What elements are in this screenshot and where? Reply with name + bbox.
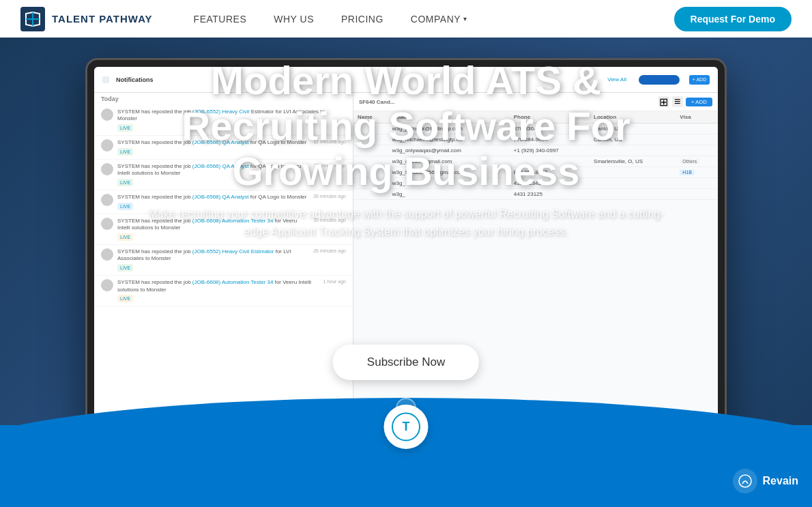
table-row: w3g_onlywaqas@ymail.com +1 (929) 340-099… — [353, 145, 718, 156]
notif-text: SYSTEM has reposted the job (JOB-6608) A… — [117, 218, 309, 241]
notif-badge: LIVE — [117, 233, 133, 241]
notif-item: SYSTEM has reposted the job (JOB-6566) Q… — [94, 136, 353, 160]
logo-text: TALENT PATHWAY — [52, 13, 153, 25]
candidates-toolbar: SF640 Cand... ⊞ ≡ + ADD — [353, 93, 718, 111]
notif-badge: LIVE — [117, 295, 133, 302]
notif-avatar — [101, 248, 113, 261]
cell-visa: H1B — [676, 167, 718, 178]
table-row: w3g_ 4431 23125 — [353, 189, 718, 200]
notif-time: 15 minutes ago — [313, 163, 346, 168]
notif-text: SYSTEM has reposted the job (JOB-6566) Q… — [117, 139, 309, 156]
table-row: w3g_cranicr@gmail.com Smarlersville, O, … — [353, 156, 718, 167]
notif-item: SYSTEM has reposted the job (JOB-6608) A… — [94, 214, 353, 245]
screen-header: Notifications View All + ADD — [94, 67, 718, 93]
cell-visa — [676, 124, 718, 134]
table-row: w3g_jeffrayrk@testingtp.com 370-836-5754… — [353, 124, 718, 134]
subscribe-button-wrapper: Subscribe Now — [333, 345, 479, 380]
brand-circle: T — [384, 405, 429, 449]
notif-badge-live: LIVE — [117, 124, 133, 132]
cell-visa: Others — [676, 156, 718, 167]
cell-location — [590, 178, 676, 189]
cell-phone: +1 (929) 340-0997 — [510, 145, 590, 156]
col-header-name: Name — [353, 111, 388, 124]
notif-time: 12 minutes ago — [313, 139, 346, 144]
col-header-location: Location — [590, 111, 676, 124]
cell-email: w3g_cranicr@gmail.com — [388, 156, 510, 167]
col-header-email: Email — [388, 111, 510, 124]
revain-label: Revain — [763, 475, 798, 487]
cell-name — [353, 124, 388, 134]
notif-avatar — [101, 163, 113, 175]
table-row: w3g_tdmader456@gmail.com 888-859-8547 H1… — [353, 167, 718, 178]
notif-badge: LIVE — [117, 264, 133, 272]
notif-badge: LIVE — [117, 179, 133, 186]
notif-avatar — [101, 279, 113, 291]
cell-name — [353, 156, 388, 167]
cell-location — [590, 189, 676, 200]
notif-text: SYSTEM has reposted the job (JOB-6608) A… — [117, 279, 319, 302]
subscribe-button[interactable]: Subscribe Now — [333, 345, 479, 380]
notif-text: SYSTEM has reposted the job (JOB-6566) Q… — [117, 163, 309, 186]
nav-features[interactable]: FEATURES — [194, 14, 247, 25]
notif-item: SYSTEM has reposted the job (JOB-6552) H… — [94, 245, 353, 276]
notif-badge: LIVE — [117, 148, 133, 156]
cell-email: w3g_michaelrc@testingtp.co — [388, 134, 510, 145]
nav-links: FEATURES WHY US PRICING COMPANY ▾ — [194, 14, 674, 25]
cell-visa — [676, 145, 718, 156]
logo-icon — [20, 7, 45, 31]
notif-text: SYSTEM has reposted the job (JOB-6552) H… — [117, 108, 346, 132]
cell-phone: 370-836-5754 — [510, 124, 590, 134]
add-button: + ADD — [689, 75, 710, 85]
cell-name — [353, 145, 388, 156]
logo-area[interactable]: TALENT PATHWAY — [20, 7, 153, 31]
cell-email: w3g_tdmader456@gmail.com — [388, 167, 510, 178]
col-header-visa: Visa — [676, 111, 718, 124]
brand-logo-icon: T — [391, 411, 422, 442]
cell-phone: 770-884-9654 — [510, 134, 590, 145]
cell-email: w3g_ — [388, 189, 510, 200]
cell-location: Canton, US — [590, 134, 676, 145]
cell-visa — [676, 134, 718, 145]
notif-today-label: Today — [94, 93, 353, 105]
laptop-outer: Notifications View All + ADD Today — [85, 58, 727, 454]
nav-company[interactable]: COMPANY ▾ — [411, 14, 467, 25]
view-icon-2: ≡ — [672, 96, 683, 107]
cell-phone: 4431 23125 — [510, 189, 590, 200]
notif-item: SYSTEM has reposted the job (JOB-6552) H… — [94, 105, 353, 136]
cell-name — [353, 178, 388, 189]
screen-notifications-title: Notifications — [116, 76, 154, 83]
screen-nav-icon — [102, 76, 109, 83]
notif-text: SYSTEM has reposted the job (JOB-6568) Q… — [117, 194, 309, 210]
navbar: TALENT PATHWAY FEATURES WHY US PRICING C… — [0, 0, 812, 38]
demo-button[interactable]: Request For Demo — [674, 7, 792, 31]
notif-item: SYSTEM has reposted the job (JOB-6568) Q… — [94, 190, 353, 214]
cell-email: w3g_onlywaqas@ymail.com — [388, 145, 510, 156]
notif-text: SYSTEM has reposted the job (JOB-6552) H… — [117, 248, 309, 272]
nav-pricing[interactable]: PRICING — [341, 14, 383, 25]
cell-name — [353, 134, 388, 145]
notifications-panel: Today SYSTEM has reposted the job (JOB-6… — [94, 93, 353, 445]
cell-location: Canton, US — [590, 124, 676, 134]
notif-badge: LIVE — [117, 203, 133, 210]
revain-icon — [733, 469, 757, 493]
candidates-table: Name Email Phone Location Visa — [353, 111, 718, 431]
cell-email: w3g_ — [388, 178, 510, 189]
notif-avatar — [101, 108, 113, 121]
nav-why-us[interactable]: WHY US — [274, 14, 314, 25]
cell-name — [353, 167, 388, 178]
hero-section: Notifications View All + ADD Today — [0, 38, 812, 507]
notif-avatar — [101, 139, 113, 151]
screen-view-all: View All — [607, 76, 626, 83]
laptop-screen: Notifications View All + ADD Today — [94, 67, 718, 445]
cell-phone — [510, 156, 590, 167]
notif-time: 26 minutes ago — [313, 248, 346, 253]
add-candidate-button[interactable]: + ADD — [686, 98, 712, 106]
svg-text:T: T — [403, 420, 410, 433]
candidates-count: SF640 Cand... — [359, 99, 394, 105]
table-row: w3g_michaelrc@testingtp.co 770-884-9654 … — [353, 134, 718, 145]
cell-phone: 888-859-8547 — [510, 167, 590, 178]
notif-avatar — [101, 218, 113, 230]
chevron-down-icon: ▾ — [463, 15, 467, 23]
cell-visa — [676, 178, 718, 189]
cell-name — [353, 189, 388, 200]
